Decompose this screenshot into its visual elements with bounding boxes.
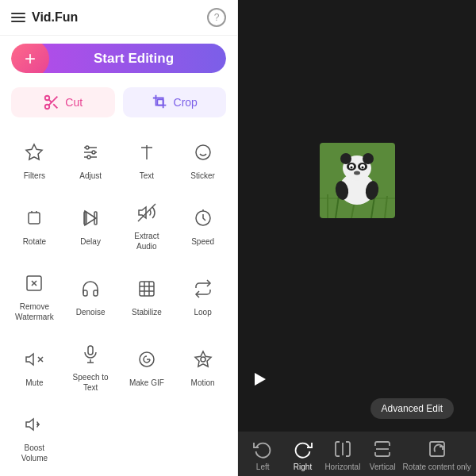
- extract-audio-icon: [132, 198, 161, 227]
- bottom-tool-right[interactable]: Right: [283, 438, 323, 471]
- tool-denoise[interactable]: Denoise: [64, 261, 117, 328]
- svg-marker-39: [26, 419, 33, 430]
- svg-point-57: [350, 166, 352, 168]
- tool-loop[interactable]: Loop: [176, 261, 229, 328]
- bottom-tool-horizontal-label: Horizontal: [324, 463, 360, 471]
- advanced-edit-wrapper: Advanced Edit: [238, 398, 476, 432]
- bottom-tool-rotate-content-only-label: Rotate content only: [403, 463, 471, 471]
- remove-watermark-icon: [20, 269, 48, 298]
- filters-label: Filters: [24, 171, 45, 181]
- svg-point-52: [363, 153, 374, 164]
- stabilize-label: Stabilize: [132, 307, 162, 317]
- svg-line-22: [138, 204, 155, 221]
- adjust-icon: [76, 138, 105, 167]
- loop-label: Loop: [194, 307, 212, 317]
- quick-tool-cut[interactable]: Cut: [11, 87, 115, 117]
- svg-point-15: [196, 145, 210, 159]
- flip-horizontal-icon: [332, 438, 354, 460]
- tool-speed[interactable]: Speed: [176, 190, 229, 258]
- make-gif-label: Make GIF: [129, 378, 164, 388]
- speed-label: Speed: [191, 236, 214, 247]
- loop-icon: [189, 274, 217, 303]
- right-panel: Advanced Edit Left Right: [238, 0, 476, 476]
- tool-text[interactable]: Text: [121, 130, 174, 187]
- svg-rect-5: [157, 99, 163, 105]
- svg-point-59: [354, 171, 360, 175]
- quick-tool-crop[interactable]: Crop: [123, 87, 227, 117]
- svg-marker-6: [26, 144, 42, 159]
- rotate-label: Rotate: [23, 236, 46, 247]
- denoise-icon: [76, 274, 105, 303]
- tool-extract-audio[interactable]: Extract Audio: [121, 190, 174, 258]
- advanced-edit-button[interactable]: Advanced Edit: [370, 398, 454, 419]
- start-editing-plus: +: [11, 44, 49, 73]
- rotate-right-icon: [292, 438, 314, 460]
- tools-grid: Filters Adjust: [0, 124, 237, 476]
- svg-line-3: [54, 104, 58, 108]
- speech-to-text-label: Speech to Text: [67, 372, 114, 393]
- mute-label: Mute: [25, 378, 43, 388]
- text-icon: [132, 138, 161, 167]
- speed-icon: [189, 204, 217, 232]
- header: Vid.Fun ?: [0, 0, 237, 36]
- boost-volume-label: Boost Volume: [11, 443, 58, 463]
- svg-point-12: [87, 155, 90, 159]
- tool-filters[interactable]: Filters: [8, 130, 61, 187]
- tool-mute[interactable]: Mute: [8, 332, 61, 399]
- menu-icon[interactable]: [11, 13, 25, 22]
- stabilize-icon: [132, 274, 161, 303]
- svg-rect-32: [88, 346, 93, 355]
- filters-icon: [20, 138, 48, 167]
- tool-remove-watermark[interactable]: Remove Watermark: [8, 261, 61, 328]
- tool-adjust[interactable]: Adjust: [64, 130, 117, 187]
- adjust-label: Adjust: [79, 171, 102, 181]
- tool-make-gif[interactable]: Make GIF: [121, 332, 174, 399]
- svg-rect-28: [140, 282, 154, 296]
- play-button[interactable]: [249, 368, 271, 390]
- text-label: Text: [140, 171, 154, 181]
- tool-boost-volume[interactable]: Boost Volume: [8, 402, 61, 470]
- make-gif-icon: [132, 345, 161, 374]
- start-editing-button[interactable]: + Start Editing: [11, 44, 226, 73]
- rotate-icon: [20, 204, 48, 232]
- help-icon[interactable]: ?: [207, 8, 226, 27]
- video-area: [238, 0, 476, 360]
- bottom-tool-rotate-content-only[interactable]: Rotate content only: [403, 438, 471, 471]
- header-left: Vid.Fun: [11, 10, 78, 25]
- bottom-tool-horizontal[interactable]: Horizontal: [323, 438, 363, 471]
- rotate-left-icon: [251, 438, 274, 460]
- svg-point-11: [92, 151, 95, 154]
- speech-to-text-icon: [76, 340, 105, 368]
- crop-label: Crop: [174, 96, 198, 109]
- bottom-tool-right-label: Right: [294, 463, 312, 471]
- extract-audio-label: Extract Audio: [124, 231, 171, 251]
- panda-image: [320, 143, 395, 218]
- left-panel: Vid.Fun ? + Start Editing Cut: [0, 0, 238, 476]
- tool-stabilize[interactable]: Stabilize: [121, 261, 174, 328]
- quick-tools: Cut Crop: [0, 81, 237, 124]
- tool-sticker[interactable]: Sticker: [176, 130, 229, 187]
- tool-delay[interactable]: Delay: [64, 190, 117, 258]
- bottom-tool-vertical[interactable]: Vertical: [363, 438, 402, 471]
- tool-motion[interactable]: Motion: [176, 332, 229, 399]
- boost-volume-icon: [20, 410, 48, 439]
- tool-rotate[interactable]: Rotate: [8, 190, 61, 258]
- bottom-tool-vertical-label: Vertical: [370, 463, 396, 471]
- svg-point-1: [45, 105, 50, 109]
- rotate-content-only-icon: [426, 438, 448, 460]
- sticker-label: Sticker: [190, 171, 215, 181]
- playback-bar: [238, 360, 476, 398]
- denoise-label: Denoise: [76, 307, 106, 317]
- bottom-tool-left-label: Left: [256, 463, 270, 471]
- video-thumbnail: [320, 143, 395, 218]
- svg-point-10: [86, 146, 89, 149]
- sticker-icon: [189, 138, 217, 167]
- delay-label: Delay: [80, 236, 101, 247]
- bottom-tools: Left Right Horizontal: [238, 432, 476, 476]
- mute-icon: [20, 345, 48, 374]
- svg-line-4: [49, 99, 52, 102]
- tool-speech-to-text[interactable]: Speech to Text: [64, 332, 117, 399]
- bottom-tool-left[interactable]: Left: [243, 438, 282, 471]
- svg-point-0: [45, 96, 50, 101]
- flip-vertical-icon: [371, 438, 393, 460]
